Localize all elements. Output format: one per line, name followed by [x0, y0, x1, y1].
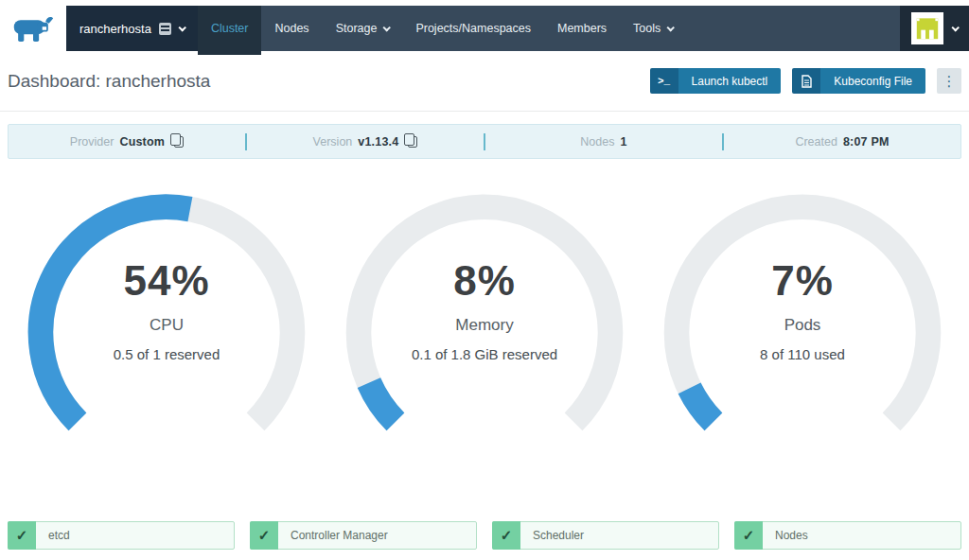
terminal-icon: >_ [650, 68, 678, 94]
check-icon: ✓ [8, 521, 36, 550]
resource-gauges: 54% CPU 0.5 of 1 reserved 8% Memory 0.1 … [0, 193, 969, 445]
gauge-title: Pods [662, 316, 943, 335]
gauge-detail: 8 of 110 used [662, 346, 943, 362]
status-badge-scheduler: ✓ Scheduler [492, 521, 719, 550]
check-icon: ✓ [734, 521, 763, 550]
cluster-name: rancherhosta [79, 22, 151, 36]
identicon-icon [914, 15, 941, 42]
info-field-created: Created 8:07 PM [724, 135, 960, 149]
info-field-provider: Provider Custom [9, 135, 245, 149]
status-badge-nodes: ✓ Nodes [734, 521, 961, 550]
gauge-cpu: 54% CPU 0.5 of 1 reserved [26, 193, 307, 445]
gauge-title: Memory [344, 316, 625, 335]
gauge-memory: 8% Memory 0.1 of 1.8 GiB reserved [344, 193, 625, 445]
cluster-info-bar: Provider Custom Version v1.13.4 Nodes 1 … [8, 124, 961, 159]
nav-item-cluster[interactable]: Cluster [198, 6, 262, 51]
info-field-version: Version v1.13.4 [247, 135, 484, 149]
cluster-stack-icon [159, 23, 171, 35]
nav-links: Cluster Nodes Storage Projects/Namespace… [198, 6, 686, 51]
status-badge-etcd: ✓ etcd [8, 521, 235, 550]
gauge-percent: 7% [662, 257, 943, 305]
rancher-cow-icon [12, 12, 54, 44]
cluster-selector-dropdown[interactable]: rancherhosta [66, 6, 198, 51]
gauge-percent: 8% [344, 257, 625, 305]
check-icon: ✓ [250, 521, 278, 550]
nav-item-projects-namespaces[interactable]: Projects/Namespaces [402, 6, 544, 51]
copy-icon[interactable] [408, 136, 417, 148]
gauge-percent: 54% [26, 257, 307, 305]
rancher-logo [0, 6, 66, 51]
nav-item-tools[interactable]: Tools [620, 6, 686, 51]
status-badge-controller-manager: ✓ Controller Manager [250, 521, 477, 550]
copy-icon[interactable] [174, 136, 184, 148]
page-title: Dashboard: rancherhosta [8, 71, 639, 92]
gauge-pods: 7% Pods 8 of 110 used [662, 193, 943, 445]
header-divider [0, 111, 969, 112]
gauge-title: CPU [26, 316, 307, 335]
chevron-down-icon [383, 24, 391, 31]
nav-item-storage[interactable]: Storage [323, 6, 403, 51]
check-icon: ✓ [492, 521, 520, 550]
gauge-detail: 0.5 of 1 reserved [26, 346, 307, 362]
avatar [911, 12, 943, 44]
chevron-down-icon [667, 24, 675, 31]
user-menu[interactable] [900, 6, 969, 51]
more-actions-button[interactable]: ⋮ [937, 68, 961, 94]
top-navbar: rancherhosta Cluster Nodes Storage Proje… [0, 6, 969, 51]
nav-item-members[interactable]: Members [544, 6, 620, 51]
kubeconfig-file-button[interactable]: Kubeconfig File [792, 68, 925, 94]
navbar: rancherhosta Cluster Nodes Storage Proje… [66, 6, 969, 51]
chevron-down-icon [951, 24, 959, 31]
launch-kubectl-button[interactable]: >_ Launch kubectl [650, 68, 782, 94]
info-field-nodes: Nodes 1 [485, 135, 722, 149]
header-row: Dashboard: rancherhosta >_ Launch kubect… [0, 51, 969, 111]
nav-item-nodes[interactable]: Nodes [261, 6, 322, 51]
chevron-down-icon [178, 24, 185, 31]
gauge-detail: 0.1 of 1.8 GiB reserved [344, 346, 625, 362]
component-status-row: ✓ etcd ✓ Controller Manager ✓ Scheduler … [8, 521, 961, 550]
file-icon [792, 68, 820, 94]
ellipsis-icon: ⋮ [943, 73, 957, 90]
